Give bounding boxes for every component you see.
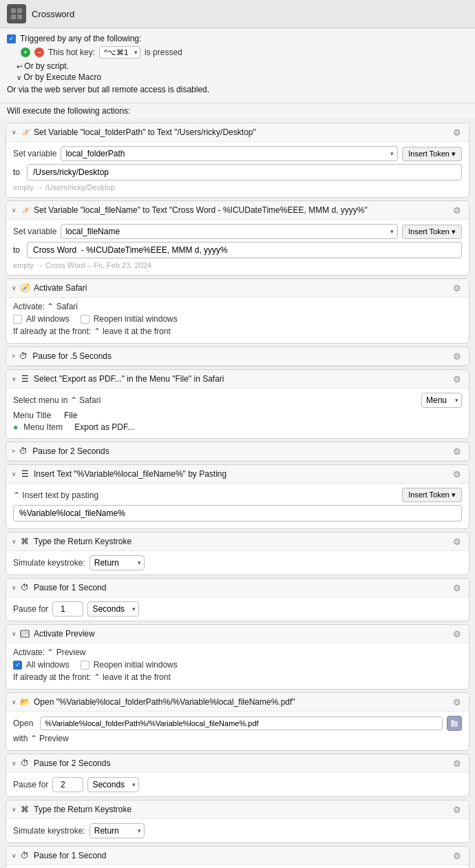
gear-pause-1b[interactable]: ⚙ — [451, 849, 463, 862]
svg-rect-1 — [17, 8, 22, 13]
action-open-file: ∨ 📂 Open "%Variable%local_folderPath%/%V… — [6, 692, 469, 751]
with-label: with ⌃ Preview — [13, 734, 69, 743]
chevron-set-var-filename[interactable]: ∨ — [12, 207, 17, 214]
app-title: Crossword — [32, 9, 74, 19]
action-pause-2b: ∨ ⏱ Pause for 2 Seconds ⚙ Pause for Seco… — [6, 754, 469, 797]
svg-rect-0 — [11, 8, 16, 13]
icon-activate-preview — [19, 628, 30, 639]
action-select-export: ∨ ☰ Select "Export as PDF..." in the Men… — [6, 369, 469, 439]
gear-pause-2a[interactable]: ⚙ — [451, 445, 463, 457]
gear-insert-text[interactable]: ⚙ — [451, 468, 463, 480]
simulate-label-return2: Simulate keystroke: — [13, 826, 85, 836]
pause-value-2b[interactable] — [52, 777, 83, 792]
title-select-export: Select "Export as PDF..." in the Menu "F… — [34, 374, 451, 384]
icon-open-file: 📂 — [19, 696, 30, 707]
var-name-folder-select[interactable]: local_folderPath — [61, 146, 398, 161]
gear-type-return1[interactable]: ⚙ — [451, 535, 463, 548]
icon-pause-1a: ⏱ — [19, 582, 30, 593]
will-execute-label: Will execute the following actions: — [0, 103, 475, 118]
chevron-open-file[interactable]: ∨ — [12, 699, 17, 705]
insert-token-folder[interactable]: Insert Token ▾ — [402, 147, 462, 161]
chevron-select-export[interactable]: ∨ — [12, 375, 17, 382]
svg-rect-2 — [11, 14, 16, 19]
hotkey-label: This hot key: — [48, 48, 95, 57]
chevron-set-var-folder[interactable]: ∨ — [12, 129, 17, 136]
icon-pause-1b: ⏱ — [19, 850, 30, 861]
preview-reopen-checkbox[interactable] — [81, 661, 89, 670]
pause-value-1a[interactable] — [52, 601, 83, 617]
gear-set-var-filename[interactable]: ⚙ — [451, 204, 463, 216]
insert-token-filename[interactable]: Insert Token ▾ — [402, 225, 462, 239]
chevron-insert-text[interactable]: ∨ — [12, 471, 17, 477]
gear-activate-preview[interactable]: ⚙ — [451, 628, 463, 640]
gear-type-return2[interactable]: ⚙ — [451, 803, 463, 816]
menu-dropdown[interactable]: Menu — [421, 393, 462, 408]
hotkey-select[interactable]: ^⌥⌘1 — [99, 46, 140, 59]
title-type-return1: Type the Return Keystroke — [34, 537, 451, 546]
insert-token-text[interactable]: Insert Token ▾ — [402, 488, 462, 502]
safari-activate-label: Activate: ⌃ Safari — [13, 302, 78, 311]
title-type-return2: Type the Return Keystroke — [34, 805, 451, 814]
menu-item-label: Menu Item — [23, 422, 72, 432]
folder-empty-hint: empty → /Users/ricky/Desktop — [13, 183, 462, 192]
svg-rect-3 — [17, 14, 22, 19]
chevron-type-return1[interactable]: ∨ — [12, 538, 17, 545]
app-header: Crossword — [0, 0, 475, 28]
gear-select-export[interactable]: ⚙ — [451, 373, 463, 385]
remove-hotkey-btn[interactable]: – — [34, 48, 44, 57]
icon-insert-text: ☰ — [19, 468, 30, 479]
chevron-pause-1b[interactable]: ∨ — [12, 852, 17, 859]
keystroke-return2-select[interactable]: Return — [89, 823, 145, 838]
action-insert-text: ∨ ☰ Insert Text "%Variable%local_fileNam… — [6, 464, 469, 529]
chevron-pause-2b[interactable]: ∨ — [12, 760, 17, 767]
seconds-select-1a[interactable]: Seconds — [87, 601, 139, 617]
preview-allwindows-checkbox[interactable]: ✓ — [13, 661, 22, 670]
folder-value-input[interactable] — [27, 164, 462, 180]
title-pause-1b: Pause for 1 Second — [34, 851, 451, 860]
title-set-var-folder: Set Variable "local_folderPath" to Text … — [34, 127, 451, 137]
chevron-pause-2a[interactable]: > — [12, 448, 15, 455]
preview-reopen-label: Reopen initial windows — [94, 660, 178, 670]
add-hotkey-btn[interactable]: + — [21, 48, 30, 57]
chevron-pause-1a[interactable]: ∨ — [12, 584, 17, 591]
safari-allwindows-label: All windows — [26, 314, 70, 324]
filename-value-input[interactable] — [27, 242, 462, 258]
gear-set-var-folder[interactable]: ⚙ — [451, 126, 463, 138]
to-label-filename: to — [13, 245, 20, 255]
svg-rect-5 — [22, 632, 25, 636]
safari-allwindows-checkbox[interactable] — [13, 315, 22, 324]
web-label: Or via the web server but all remote acc… — [7, 85, 209, 94]
open-path-input[interactable] — [40, 716, 443, 730]
trigger-enabled-checkbox[interactable]: ✓ — [7, 34, 16, 43]
chevron-activate-preview[interactable]: ∨ — [12, 630, 17, 637]
keystroke-return1-select[interactable]: Return — [89, 555, 145, 570]
gear-open-file[interactable]: ⚙ — [451, 696, 463, 708]
chevron-type-return2[interactable]: ∨ — [12, 806, 17, 813]
insert-text-value-input[interactable] — [13, 505, 462, 521]
open-file-picker-btn[interactable] — [447, 716, 462, 731]
open-label: Open — [13, 719, 33, 728]
title-set-var-filename: Set Variable "local_fileName" to Text "C… — [34, 205, 451, 215]
gear-pause-05[interactable]: ⚙ — [451, 350, 463, 362]
app-icon — [7, 4, 26, 23]
pause-for-label-1a: Pause for — [13, 604, 48, 614]
icon-set-var-filename: 𝒳 — [19, 205, 30, 216]
gear-pause-2b[interactable]: ⚙ — [451, 757, 463, 769]
gear-pause-1a[interactable]: ⚙ — [451, 581, 463, 594]
to-label-folder: to — [13, 167, 20, 177]
action-pause-05: > ⏱ Pause for .5 Seconds ⚙ — [6, 347, 469, 366]
actions-container: ∨ 𝒳 Set Variable "local_folderPath" to T… — [0, 118, 475, 868]
action-pause-1b: ∨ ⏱ Pause for 1 Second ⚙ Pause for Secon… — [6, 846, 469, 868]
hotkey-suffix: is pressed — [145, 48, 182, 57]
action-pause-2a: > ⏱ Pause for 2 Seconds ⚙ — [6, 442, 469, 462]
menu-item-icon: ● — [13, 422, 18, 432]
chevron-activate-safari[interactable]: ∨ — [12, 285, 17, 291]
seconds-select-2b[interactable]: Seconds — [87, 777, 139, 792]
title-pause-2b: Pause for 2 Seconds — [34, 758, 451, 768]
insert-text-method-label: ⌃ Insert text by pasting — [13, 490, 98, 500]
gear-activate-safari[interactable]: ⚙ — [451, 282, 463, 294]
chevron-pause-05[interactable]: > — [12, 353, 15, 360]
field-label-folder: Set variable — [13, 149, 56, 158]
var-name-filename-select[interactable]: local_fileName — [61, 224, 398, 239]
safari-reopen-checkbox[interactable] — [81, 315, 89, 324]
